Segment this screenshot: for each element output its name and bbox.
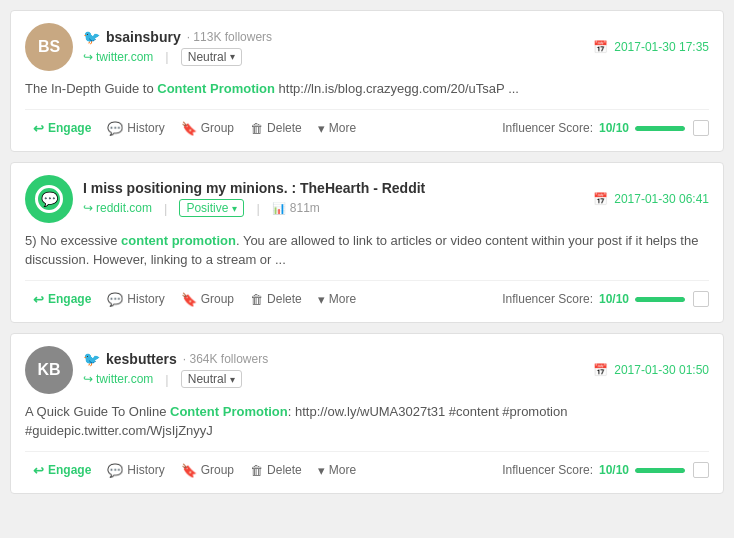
delete-icon: 🗑 <box>250 292 263 307</box>
score-value: 10/10 <box>599 463 629 477</box>
feed-container: BS 🐦 bsainsbury · 113K followers twitter… <box>0 0 734 504</box>
calendar-icon: 📅 <box>593 40 608 54</box>
score-bar-fill <box>635 126 685 131</box>
influencer-score: Influencer Score: 10/10 <box>502 292 685 306</box>
card-footer: ↩ Engage 💬 History 🔖 Group 🗑 Delete ▾ Mo… <box>25 109 709 139</box>
body-text-before: 5) No excessive <box>25 233 121 248</box>
more-icon: ▾ <box>318 292 325 307</box>
score-value: 10/10 <box>599 121 629 135</box>
card-header: I miss positioning my minions. : TheHear… <box>25 175 709 223</box>
engage-icon: ↩ <box>33 121 44 136</box>
sentiment-badge[interactable]: Neutral ▾ <box>181 48 243 66</box>
more-icon: ▾ <box>318 121 325 136</box>
source-link[interactable]: reddit.com <box>83 201 152 215</box>
group-button[interactable]: 🔖 Group <box>173 118 242 139</box>
more-button[interactable]: ▾ More <box>310 460 364 481</box>
timestamp: 2017-01-30 01:50 <box>614 363 709 377</box>
twitter-icon: 🐦 <box>83 29 100 45</box>
card-footer: ↩ Engage 💬 History 🔖 Group 🗑 Delete ▾ Mo… <box>25 280 709 310</box>
card-2: I miss positioning my minions. : TheHear… <box>10 162 724 323</box>
select-checkbox[interactable] <box>693 462 709 478</box>
score-label: Influencer Score: <box>502 292 593 306</box>
group-icon: 🔖 <box>181 121 197 136</box>
select-checkbox[interactable] <box>693 291 709 307</box>
group-button[interactable]: 🔖 Group <box>173 289 242 310</box>
delete-button[interactable]: 🗑 Delete <box>242 118 310 139</box>
body-text-after: http://ln.is/blog.crazyegg.com/20/uTsaP … <box>275 81 519 96</box>
card-body: A Quick Guide To Online Content Promotio… <box>25 402 709 441</box>
engage-button[interactable]: ↩ Engage <box>25 460 99 481</box>
username: bsainsbury <box>106 29 181 45</box>
source-link[interactable]: twitter.com <box>83 372 153 386</box>
score-bar-fill <box>635 468 685 473</box>
avatar <box>25 175 73 223</box>
user-info: 🐦 kesbutters · 364K followers twitter.co… <box>83 351 268 388</box>
card-1: BS 🐦 bsainsbury · 113K followers twitter… <box>10 10 724 152</box>
engage-button[interactable]: ↩ Engage <box>25 289 99 310</box>
card-3: KB 🐦 kesbutters · 364K followers twitter… <box>10 333 724 494</box>
card-header: BS 🐦 bsainsbury · 113K followers twitter… <box>25 23 709 71</box>
user-info: I miss positioning my minions. : TheHear… <box>83 180 425 217</box>
sentiment-badge[interactable]: Positive ▾ <box>179 199 244 217</box>
history-icon: 💬 <box>107 463 123 478</box>
timestamp-area: 📅 2017-01-30 06:41 <box>593 192 709 206</box>
history-icon: 💬 <box>107 292 123 307</box>
username: kesbutters <box>106 351 177 367</box>
influencer-score: Influencer Score: 10/10 <box>502 121 685 135</box>
influencer-score: Influencer Score: 10/10 <box>502 463 685 477</box>
body-text-before: A Quick Guide To Online <box>25 404 170 419</box>
calendar-icon: 📅 <box>593 192 608 206</box>
history-icon: 💬 <box>107 121 123 136</box>
card-header: KB 🐦 kesbutters · 364K followers twitter… <box>25 346 709 394</box>
post-title: I miss positioning my minions. : TheHear… <box>83 180 425 196</box>
body-text-before: The In-Depth Guide to <box>25 81 157 96</box>
score-bar <box>635 468 685 473</box>
engage-button[interactable]: ↩ Engage <box>25 118 99 139</box>
timestamp: 2017-01-30 17:35 <box>614 40 709 54</box>
card-body: 5) No excessive content promotion. You a… <box>25 231 709 270</box>
score-value: 10/10 <box>599 292 629 306</box>
delete-button[interactable]: 🗑 Delete <box>242 460 310 481</box>
engage-icon: ↩ <box>33 463 44 478</box>
body-highlight: Content Promotion <box>170 404 288 419</box>
score-label: Influencer Score: <box>502 121 593 135</box>
score-bar <box>635 297 685 302</box>
timestamp-area: 📅 2017-01-30 17:35 <box>593 40 709 54</box>
avatar: BS <box>25 23 73 71</box>
more-button[interactable]: ▾ More <box>310 118 364 139</box>
history-button[interactable]: 💬 History <box>99 118 172 139</box>
delete-icon: 🗑 <box>250 121 263 136</box>
card-body: The In-Depth Guide to Content Promotion … <box>25 79 709 99</box>
followers: · 113K followers <box>187 30 272 44</box>
user-info: 🐦 bsainsbury · 113K followers twitter.co… <box>83 29 272 66</box>
card-footer: ↩ Engage 💬 History 🔖 Group 🗑 Delete ▾ Mo… <box>25 451 709 481</box>
delete-icon: 🗑 <box>250 463 263 478</box>
timestamp: 2017-01-30 06:41 <box>614 192 709 206</box>
history-button[interactable]: 💬 History <box>99 289 172 310</box>
followers: · 364K followers <box>183 352 268 366</box>
more-icon: ▾ <box>318 463 325 478</box>
twitter-icon: 🐦 <box>83 351 100 367</box>
timestamp-area: 📅 2017-01-30 01:50 <box>593 363 709 377</box>
score-bar-fill <box>635 297 685 302</box>
body-highlight: content promotion <box>121 233 236 248</box>
engage-icon: ↩ <box>33 292 44 307</box>
source-link[interactable]: twitter.com <box>83 50 153 64</box>
body-highlight: Content Promotion <box>157 81 275 96</box>
reach: 811m <box>272 201 320 215</box>
group-icon: 🔖 <box>181 292 197 307</box>
delete-button[interactable]: 🗑 Delete <box>242 289 310 310</box>
more-button[interactable]: ▾ More <box>310 289 364 310</box>
score-bar <box>635 126 685 131</box>
group-button[interactable]: 🔖 Group <box>173 460 242 481</box>
sentiment-badge[interactable]: Neutral ▾ <box>181 370 243 388</box>
calendar-icon: 📅 <box>593 363 608 377</box>
avatar: KB <box>25 346 73 394</box>
score-label: Influencer Score: <box>502 463 593 477</box>
select-checkbox[interactable] <box>693 120 709 136</box>
group-icon: 🔖 <box>181 463 197 478</box>
history-button[interactable]: 💬 History <box>99 460 172 481</box>
